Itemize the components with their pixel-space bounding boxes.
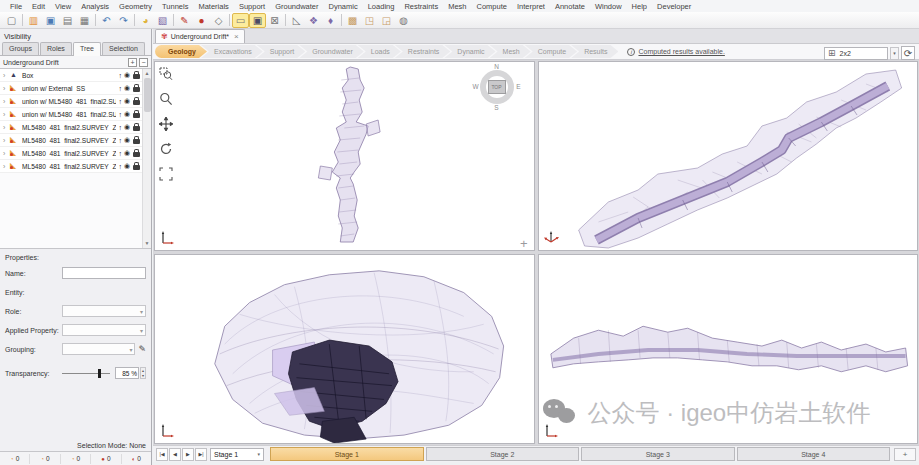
new-file-icon[interactable]: ▢ — [3, 13, 20, 28]
edit-geometry-icon[interactable]: ✎ — [176, 13, 193, 28]
box-icon[interactable]: ◇ — [210, 13, 227, 28]
apply-property-icon[interactable]: ❖ — [305, 13, 322, 28]
menu-materials[interactable]: Materials — [193, 1, 233, 12]
spin-down-icon[interactable]: ▾ — [141, 373, 145, 378]
scroll-down-icon[interactable]: ▼ — [145, 239, 150, 248]
tree-item[interactable]: › ◣ union w/ External_SS ↑ ◉ — [0, 82, 151, 95]
menu-tunnels[interactable]: Tunnels — [157, 1, 193, 12]
move-up-icon[interactable]: ↑ — [118, 163, 122, 170]
scrollbar-thumb[interactable] — [144, 78, 151, 112]
menu-window[interactable]: Window — [590, 1, 627, 12]
role-select[interactable]: ▾ — [62, 305, 146, 317]
lock-icon[interactable] — [133, 126, 140, 131]
menu-interpret[interactable]: Interpret — [512, 1, 550, 12]
move-up-icon[interactable]: ↑ — [118, 137, 122, 144]
transparency-slider[interactable] — [62, 373, 110, 374]
zoom-extents-icon[interactable] — [158, 166, 173, 181]
tab-support[interactable]: Support — [257, 45, 306, 58]
menu-file[interactable]: File — [5, 1, 27, 12]
menu-help[interactable]: Help — [627, 1, 652, 12]
viewport-top-right[interactable] — [538, 61, 919, 251]
stage-tab-4[interactable]: Stage 4 — [737, 447, 891, 461]
expander-icon[interactable]: › — [3, 98, 10, 105]
computed-results-link[interactable]: Computed results available. — [638, 48, 724, 55]
tree-scrollbar[interactable]: ▲ ▼ — [142, 69, 151, 248]
chart-icon[interactable]: ◕ — [137, 13, 154, 28]
assign-property-icon[interactable]: ♦ — [322, 13, 339, 28]
tree-item[interactable]: › ◣ union w/ ML5480_481_final2.SURVEY ↑ … — [0, 95, 151, 108]
deselect-icon[interactable]: ⊠ — [266, 13, 283, 28]
open-icon[interactable]: ▥ — [25, 13, 42, 28]
expander-icon[interactable]: › — [3, 163, 10, 170]
close-icon[interactable]: × — [234, 32, 239, 41]
lock-icon[interactable] — [133, 152, 140, 157]
lock-icon[interactable] — [133, 74, 140, 79]
menu-developer[interactable]: Developer — [652, 1, 696, 12]
image-icon[interactable]: ▧ — [154, 13, 171, 28]
splitter-handle[interactable]: + — [520, 236, 528, 251]
export-icon[interactable]: ◳ — [361, 13, 378, 28]
lock-icon[interactable] — [133, 113, 140, 118]
move-up-icon[interactable]: ↑ — [118, 111, 122, 118]
viewport-bottom-right[interactable]: 公众号 · igeo中仿岩土软件 — [538, 254, 919, 444]
expander-icon[interactable]: › — [3, 85, 10, 92]
tab-excavations[interactable]: Excavations — [201, 45, 263, 58]
menu-edit[interactable]: Edit — [27, 1, 50, 12]
expander-icon[interactable]: › — [3, 72, 10, 79]
rotate-icon[interactable] — [158, 141, 173, 156]
previous-stage-icon[interactable]: ◀ — [169, 448, 181, 461]
visibility-eye-icon[interactable]: ◉ — [124, 149, 130, 157]
tree-item[interactable]: › ◣ ML5480_481_final2.SURVEY_Z100_M ↑ ◉ — [0, 121, 151, 134]
visibility-eye-icon[interactable]: ◉ — [124, 84, 130, 92]
tools-icon[interactable]: ◍ — [395, 13, 412, 28]
tab-compute[interactable]: Compute — [525, 45, 577, 58]
lasso-select-icon[interactable]: ◺ — [288, 13, 305, 28]
print-icon[interactable]: ▤ — [59, 13, 76, 28]
document-tab[interactable]: ✾ Underground Drift* × — [155, 29, 245, 43]
visibility-eye-icon[interactable]: ◉ — [124, 136, 130, 144]
viewport-top-left[interactable]: N S W E TOP + — [154, 61, 535, 251]
tab-dynamic[interactable]: Dynamic — [444, 45, 495, 58]
material-icon[interactable]: ● — [193, 13, 210, 28]
sidebar-tab-tree[interactable]: Tree — [73, 42, 101, 56]
stage-tab-1[interactable]: Stage 1 — [270, 447, 424, 461]
pan-icon[interactable] — [158, 116, 173, 131]
selection-lock-icon[interactable]: ▣ — [249, 13, 266, 28]
sidebar-tab-groups[interactable]: Groups — [2, 42, 39, 55]
visibility-eye-icon[interactable]: ◉ — [124, 123, 130, 131]
expander-icon[interactable]: › — [3, 150, 10, 157]
refresh-views-button[interactable]: ⟳ — [901, 46, 915, 60]
menu-restraints[interactable]: Restraints — [399, 1, 443, 12]
stage-tab-2[interactable]: Stage 2 — [426, 447, 580, 461]
first-stage-icon[interactable]: |◀ — [156, 448, 168, 461]
stage-tab-3[interactable]: Stage 3 — [581, 447, 735, 461]
zoom-icon[interactable] — [158, 91, 173, 106]
redo-icon[interactable]: ↷ — [115, 13, 132, 28]
sidebar-tab-roles[interactable]: Roles — [40, 42, 72, 55]
menu-groundwater[interactable]: Groundwater — [270, 1, 323, 12]
applied-property-select[interactable]: ▾ — [62, 324, 146, 336]
expander-icon[interactable]: › — [3, 137, 10, 144]
tab-loads[interactable]: Loads — [358, 45, 401, 58]
menu-annotate[interactable]: Annotate — [550, 1, 590, 12]
move-up-icon[interactable]: ↑ — [118, 150, 122, 157]
menu-mesh[interactable]: Mesh — [443, 1, 471, 12]
compass-south[interactable]: S — [473, 104, 521, 111]
tab-restraints[interactable]: Restraints — [395, 45, 451, 58]
menu-loading[interactable]: Loading — [363, 1, 400, 12]
collapse-all-button[interactable]: − — [139, 58, 148, 67]
tab-geology[interactable]: Geology — [155, 45, 207, 58]
transparency-stepper[interactable]: ▴ ▾ — [140, 367, 146, 379]
last-stage-icon[interactable]: ▶| — [195, 448, 207, 461]
move-up-icon[interactable]: ↑ — [118, 72, 122, 79]
move-up-icon[interactable]: ↑ — [118, 124, 122, 131]
undo-icon[interactable]: ↶ — [98, 13, 115, 28]
tree-item[interactable]: › ◣ union w/ ML5480_481_final2.SURVEY ↑ … — [0, 108, 151, 121]
menu-analysis[interactable]: Analysis — [76, 1, 114, 12]
scroll-up-icon[interactable]: ▲ — [145, 69, 150, 78]
compass-east[interactable]: E — [516, 83, 520, 90]
import-icon[interactable]: ◲ — [378, 13, 395, 28]
report-icon[interactable]: ▦ — [76, 13, 93, 28]
chevron-down-icon[interactable]: ▾ — [890, 47, 899, 60]
viewport-bottom-left[interactable] — [154, 254, 535, 444]
